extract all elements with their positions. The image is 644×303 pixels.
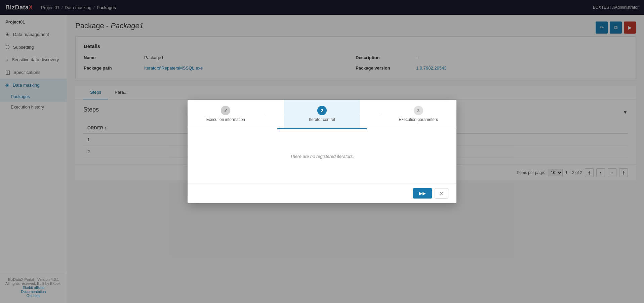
step-label-3: Execution parameters bbox=[399, 117, 438, 122]
dialog-step-execution-parameters: 3 Execution parameters bbox=[380, 100, 456, 128]
step-connector-2 bbox=[360, 114, 380, 114]
dialog-footer: ▶▶ ✕ bbox=[188, 183, 456, 203]
dialog-step-iterator-control: 2 Iterator control bbox=[284, 100, 360, 128]
step-circle-3: 3 bbox=[414, 106, 423, 115]
step-circle-1: ✓ bbox=[221, 106, 230, 115]
step-connector-1 bbox=[264, 114, 284, 114]
dialog-next-button[interactable]: ▶▶ bbox=[413, 188, 432, 199]
step-label-2: Iterator control bbox=[309, 117, 335, 122]
modal-overlay: ✓ Execution information 2 Iterator contr… bbox=[0, 0, 644, 303]
run-dialog: ✓ Execution information 2 Iterator contr… bbox=[188, 100, 456, 203]
step-circle-2: 2 bbox=[317, 106, 327, 115]
close-icon: ✕ bbox=[440, 191, 443, 196]
step-label-1: Execution information bbox=[206, 117, 245, 122]
next-icon: ▶▶ bbox=[419, 191, 426, 196]
dialog-empty-message: There are no registered iterators. bbox=[290, 154, 354, 159]
dialog-body: There are no registered iterators. bbox=[188, 129, 456, 183]
dialog-close-button[interactable]: ✕ bbox=[435, 188, 448, 199]
dialog-steps-bar: ✓ Execution information 2 Iterator contr… bbox=[188, 100, 456, 128]
dialog-step-execution-information: ✓ Execution information bbox=[188, 100, 264, 128]
